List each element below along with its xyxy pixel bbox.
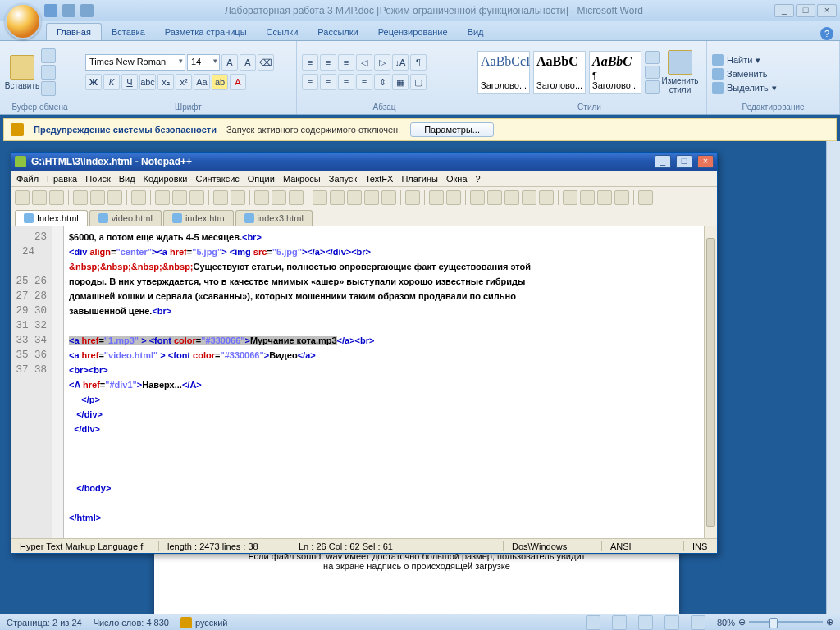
toolbar-button[interactable] [614, 190, 629, 205]
underline-button[interactable]: Ч [121, 74, 138, 90]
toolbar-button[interactable] [446, 190, 461, 205]
status-page[interactable]: Страница: 2 из 24 [7, 618, 82, 628]
toolbar-button[interactable] [189, 190, 204, 205]
style-tile[interactable]: AaBbCcIЗаголово... [477, 51, 530, 94]
toolbar-button[interactable] [131, 190, 146, 205]
file-tab[interactable]: index.htm [163, 210, 234, 226]
toolbar-button[interactable] [381, 190, 396, 205]
shading-icon[interactable]: ▦ [392, 74, 409, 90]
toolbar-button[interactable] [213, 190, 228, 205]
toolbar-button[interactable] [330, 190, 345, 205]
npp-menu-item[interactable]: ? [476, 174, 481, 184]
npp-menu-item[interactable]: Синтаксис [196, 174, 240, 184]
justify-icon[interactable]: ≡ [356, 74, 372, 90]
npp-menu-item[interactable]: Файл [16, 174, 39, 184]
highlight-button[interactable]: ab [212, 74, 228, 90]
word-vertical-scrollbar[interactable] [826, 141, 840, 614]
tab-review[interactable]: Рецензирование [368, 24, 458, 40]
close-button[interactable]: × [817, 4, 837, 17]
toolbar-button[interactable] [289, 190, 304, 205]
npp-close-button[interactable]: × [697, 155, 714, 168]
toolbar-button[interactable] [638, 190, 653, 205]
office-button[interactable] [5, 3, 41, 39]
redo-icon[interactable] [80, 4, 94, 17]
styles-gallery[interactable]: AaBbCcIЗаголово... AaBbCЗаголово... AaBb… [477, 43, 701, 102]
toolbar-button[interactable] [313, 190, 327, 205]
sort-icon[interactable]: ↓A [392, 54, 409, 71]
zoom-slider[interactable] [749, 621, 823, 623]
font-color-button[interactable]: A [230, 74, 246, 90]
superscript-button[interactable]: x² [176, 74, 192, 90]
style-tile[interactable]: AaBbCЗаголово... [533, 51, 586, 94]
style-scroll-down-icon[interactable] [645, 66, 660, 79]
view-draft-icon[interactable] [691, 615, 705, 630]
toolbar-button[interactable] [32, 190, 47, 205]
status-language[interactable]: русский [180, 617, 227, 628]
toolbar-button[interactable] [563, 190, 578, 205]
font-size-combo[interactable]: 14 [187, 54, 220, 71]
multilevel-icon[interactable]: ≡ [338, 54, 354, 71]
shrink-font-icon[interactable]: A [240, 54, 256, 71]
tab-insert[interactable]: Вставка [102, 24, 155, 40]
align-right-icon[interactable]: ≡ [338, 74, 354, 90]
toolbar-button[interactable] [272, 190, 286, 205]
npp-menu-item[interactable]: Плагины [401, 174, 438, 184]
maximize-button[interactable]: □ [796, 4, 815, 17]
save-icon[interactable] [44, 4, 57, 17]
indent-inc-icon[interactable]: ▷ [374, 54, 390, 71]
npp-menu-item[interactable]: Вид [119, 174, 135, 184]
align-center-icon[interactable]: ≡ [320, 74, 336, 90]
toolbar-button[interactable] [15, 190, 30, 205]
change-styles-button[interactable]: Изменить стили [663, 45, 697, 99]
toolbar-button[interactable] [90, 190, 105, 205]
npp-menu-item[interactable]: Опции [248, 174, 275, 184]
toolbar-button[interactable] [107, 190, 122, 205]
toolbar-button[interactable] [49, 190, 64, 205]
format-painter-icon[interactable] [41, 81, 56, 96]
file-tab[interactable]: index3.html [235, 210, 313, 226]
style-scroll-up-icon[interactable] [645, 51, 660, 64]
indent-dec-icon[interactable]: ◁ [356, 54, 372, 71]
file-tab[interactable]: video.html [89, 210, 162, 226]
code-area[interactable]: $6000, а потом еще ждать 4-5 месяцев.<br… [64, 226, 704, 538]
toolbar-button[interactable] [364, 190, 379, 205]
tab-references[interactable]: Ссылки [257, 24, 308, 40]
toolbar-button[interactable] [487, 190, 502, 205]
paste-button[interactable]: Вставить [5, 45, 39, 99]
align-left-icon[interactable]: ≡ [302, 74, 318, 90]
clear-format-icon[interactable]: ⌫ [258, 54, 274, 71]
toolbar-button[interactable] [254, 190, 269, 205]
npp-maximize-button[interactable]: □ [676, 155, 692, 168]
npp-titlebar[interactable]: G:\HTML\3\Index.html - Notepad++ _ □ × [11, 153, 717, 171]
subscript-button[interactable]: x₂ [158, 74, 174, 90]
bold-button[interactable]: Ж [85, 74, 102, 90]
npp-menu-item[interactable]: TextFX [365, 174, 393, 184]
style-tile[interactable]: AaBbC¶ Заголово... [589, 51, 641, 94]
npp-menu-item[interactable]: Запуск [329, 174, 357, 184]
toolbar-button[interactable] [504, 190, 519, 205]
toolbar-button[interactable] [231, 190, 245, 205]
view-fullscreen-icon[interactable] [612, 615, 627, 630]
borders-icon[interactable]: ▢ [410, 74, 427, 90]
npp-menu-item[interactable]: Кодировки [144, 174, 188, 184]
toolbar-button[interactable] [155, 190, 170, 205]
npp-menu-item[interactable]: Поиск [85, 174, 110, 184]
toolbar-button[interactable] [73, 190, 88, 205]
toolbar-button[interactable] [580, 190, 595, 205]
font-name-combo[interactable]: Times New Roman [85, 54, 185, 71]
view-web-icon[interactable] [638, 615, 653, 630]
toolbar-button[interactable] [429, 190, 444, 205]
tab-layout[interactable]: Разметка страницы [155, 24, 257, 40]
toolbar-button[interactable] [522, 190, 536, 205]
tab-view[interactable]: Вид [458, 24, 494, 40]
npp-menu-item[interactable]: Окна [446, 174, 468, 184]
npp-editor[interactable]: 23 24 25 26 27 28 29 30 31 32 33 34 35 3… [11, 226, 717, 538]
toolbar-button[interactable] [470, 190, 485, 205]
npp-menu-item[interactable]: Макросы [283, 174, 321, 184]
status-words[interactable]: Число слов: 4 830 [94, 618, 169, 628]
toolbar-button[interactable] [405, 190, 420, 205]
zoom-control[interactable]: 80% ⊖ ⊕ [717, 617, 833, 628]
toolbar-button[interactable] [172, 190, 187, 205]
show-marks-icon[interactable]: ¶ [410, 54, 427, 71]
npp-minimize-button[interactable]: _ [655, 155, 671, 168]
